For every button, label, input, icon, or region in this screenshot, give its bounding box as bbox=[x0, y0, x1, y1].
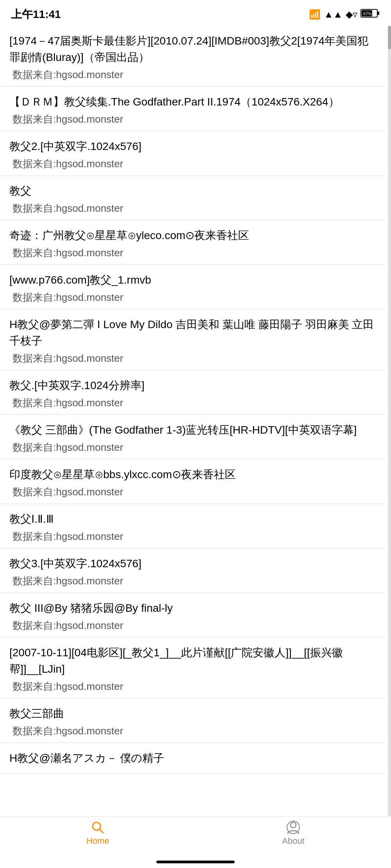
status-bar: 上午11:41 📶 ▲▲ ◆▿ 67% bbox=[0, 0, 391, 26]
item-title: 教父2.[中英双字.1024x576] bbox=[9, 138, 375, 155]
list-item[interactable]: 教父 III@By 猪猪乐园@By final-ly数据来自:hgsod.mon… bbox=[0, 593, 385, 638]
item-title: 奇迹：广州教父⊙星星草⊙yleco.com⊙夜来香社区 bbox=[9, 227, 375, 244]
item-source: 数据来自:hgsod.monster bbox=[9, 441, 375, 454]
list-item[interactable]: [1974－47届奥斯卡最佳影片][2010.07.24][IMDB#003]教… bbox=[0, 26, 385, 87]
item-title: [1974－47届奥斯卡最佳影片][2010.07.24][IMDB#003]教… bbox=[9, 33, 375, 66]
item-source: 数据来自:hgsod.monster bbox=[9, 157, 375, 171]
home-indicator-bar bbox=[156, 861, 235, 863]
item-title: 教父3.[中英双字.1024x576] bbox=[9, 555, 375, 572]
svg-point-6 bbox=[291, 822, 296, 828]
status-time: 上午11:41 bbox=[11, 7, 61, 22]
item-title: H教父@瀬名アスカ－ 僕の精子 bbox=[9, 750, 375, 766]
item-title: 教父.[中英双字.1024分辨率] bbox=[9, 377, 375, 394]
item-title: 教父Ⅰ.Ⅱ.Ⅲ bbox=[9, 511, 375, 527]
status-icons: 📶 ▲▲ ◆▿ 67% bbox=[309, 8, 380, 21]
about-icon bbox=[286, 820, 300, 834]
item-source: 数据来自:hgsod.monster bbox=[9, 396, 375, 410]
list-container: [1974－47届奥斯卡最佳影片][2010.07.24][IMDB#003]教… bbox=[0, 26, 391, 816]
list-item[interactable]: 印度教父⊙星星草⊙bbs.ylxcc.com⊙夜来香社区数据来自:hgsod.m… bbox=[0, 459, 385, 504]
list-item[interactable]: [2007-10-11][04电影区][_教父1_]__此片谨献[[广院安徽人]… bbox=[0, 638, 385, 698]
item-source: 数据来自:hgsod.monster bbox=[9, 574, 375, 588]
list-item[interactable]: 【ＤＲＭ】教父续集.The Godfather.Part II.1974（102… bbox=[0, 87, 385, 131]
scroll-indicator[interactable] bbox=[388, 26, 391, 816]
list-item[interactable]: [www.p766.com]教父_1.rmvb数据来自:hgsod.monste… bbox=[0, 265, 385, 309]
item-source: 数据来自:hgsod.monster bbox=[9, 202, 375, 215]
item-source: 数据来自:hgsod.monster bbox=[9, 246, 375, 260]
home-search-icon bbox=[91, 820, 105, 834]
item-source: 数据来自:hgsod.monster bbox=[9, 485, 375, 499]
item-source: 数据来自:hgsod.monster bbox=[9, 530, 375, 543]
item-title: 教父 bbox=[9, 183, 375, 199]
item-source: 数据来自:hgsod.monster bbox=[9, 724, 375, 738]
list-item[interactable]: 教父3.[中英双字.1024x576]数据来自:hgsod.monster bbox=[0, 548, 385, 593]
wifi-icon: ◆▿ bbox=[346, 9, 357, 20]
list-item[interactable]: 教父数据来自:hgsod.monster bbox=[0, 176, 385, 220]
item-source: 数据来自:hgsod.monster bbox=[9, 352, 375, 365]
list-item[interactable]: 教父.[中英双字.1024分辨率]数据来自:hgsod.monster bbox=[0, 370, 385, 415]
item-title: 印度教父⊙星星草⊙bbs.ylxcc.com⊙夜来香社区 bbox=[9, 466, 375, 483]
item-title: [2007-10-11][04电影区][_教父1_]__此片谨献[[广院安徽人]… bbox=[9, 645, 375, 677]
home-indicator bbox=[0, 858, 391, 868]
tab-about[interactable]: About bbox=[196, 820, 391, 846]
list-item[interactable]: 教父三部曲数据来自:hgsod.monster bbox=[0, 698, 385, 743]
bluetooth-icon: 📶 bbox=[309, 9, 321, 20]
item-title: H教父@夢第二彈 I Love My Dildo 吉田美和 葉山唯 藤田陽子 羽… bbox=[9, 316, 375, 349]
tab-home-label: Home bbox=[86, 836, 109, 846]
item-title: 教父 III@By 猪猪乐园@By final-ly bbox=[9, 600, 375, 616]
battery-text: 67% bbox=[361, 8, 380, 21]
svg-rect-1 bbox=[378, 12, 379, 15]
tab-home[interactable]: Home bbox=[0, 820, 196, 846]
list-item[interactable]: 奇迹：广州教父⊙星星草⊙yleco.com⊙夜来香社区数据来自:hgsod.mo… bbox=[0, 220, 385, 265]
content-wrapper: [1974－47届奥斯卡最佳影片][2010.07.24][IMDB#003]教… bbox=[0, 26, 391, 816]
signal-icon: ▲▲ bbox=[324, 9, 343, 20]
item-source: 数据来自:hgsod.monster bbox=[9, 680, 375, 693]
item-source: 数据来自:hgsod.monster bbox=[9, 113, 375, 126]
item-title: 《教父 三部曲》(The Godfather 1-3)蓝光转压[HR-HDTV]… bbox=[9, 422, 375, 438]
item-source: 数据来自:hgsod.monster bbox=[9, 68, 375, 82]
list-item[interactable]: 《教父 三部曲》(The Godfather 1-3)蓝光转压[HR-HDTV]… bbox=[0, 415, 385, 459]
list-item[interactable]: 教父Ⅰ.Ⅱ.Ⅲ数据来自:hgsod.monster bbox=[0, 504, 385, 548]
scroll-thumb[interactable] bbox=[388, 26, 391, 49]
item-source: 数据来自:hgsod.monster bbox=[9, 291, 375, 304]
list-item[interactable]: 教父2.[中英双字.1024x576]数据来自:hgsod.monster bbox=[0, 131, 385, 176]
item-title: 【ＤＲＭ】教父续集.The Godfather.Part II.1974（102… bbox=[9, 94, 375, 110]
item-title: 教父三部曲 bbox=[9, 705, 375, 722]
battery-icon: 67% bbox=[361, 8, 380, 18]
item-source: 数据来自:hgsod.monster bbox=[9, 619, 375, 632]
tab-about-label: About bbox=[282, 836, 305, 846]
list-item[interactable]: H教父@夢第二彈 I Love My Dildo 吉田美和 葉山唯 藤田陽子 羽… bbox=[0, 309, 385, 370]
item-title: [www.p766.com]教父_1.rmvb bbox=[9, 272, 375, 288]
tab-bar: Home About bbox=[0, 816, 391, 858]
list-item[interactable]: H教父@瀬名アスカ－ 僕の精子 bbox=[0, 743, 385, 774]
svg-text:67%: 67% bbox=[363, 11, 372, 16]
svg-line-5 bbox=[99, 829, 103, 833]
